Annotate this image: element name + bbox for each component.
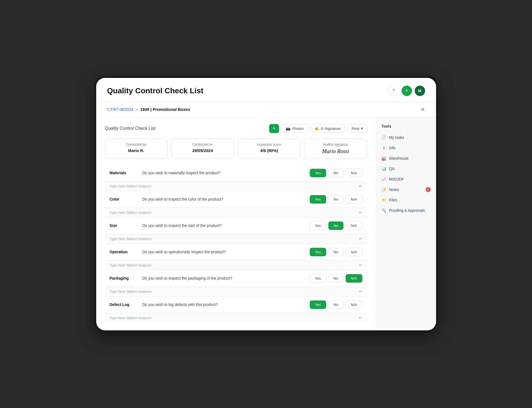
table-row: Size Do you wish to inspect the size of … [105,217,367,234]
yes-button-1[interactable]: Yes [310,195,326,204]
check-question-4: Do you wish to inspect the packaging of … [138,270,279,286]
edit-icon-1[interactable]: ✏ [359,210,362,215]
camera-icon: 📷 [286,126,291,131]
check-buttons-0: Yes No N/A [279,165,367,181]
sidebar-label-warehouse: Warehouse [389,156,409,161]
na-button-1[interactable]: N/A [346,195,362,204]
qa-icon: 📊 [382,166,386,171]
no-button-0[interactable]: No [328,169,343,177]
edit-icon-3[interactable]: ✏ [359,263,362,268]
files-icon: 📁 [382,198,386,202]
conducted-by-label: Conducted by [110,143,163,147]
breadcrumb: CT/87-062024 > 1849 | Promotional Boxes [107,107,190,112]
yes-button-2[interactable]: Yes [310,221,326,230]
check-label-4: Packaging [105,270,138,286]
auditor-signature-value: Mario Rossi [309,148,362,154]
inspection-score-card: Inspection score 4/6 (80%) [238,139,301,159]
info-icon: ℹ [382,145,386,150]
check-buttons-4: Yes No N/A [279,270,367,286]
add-button[interactable]: + [402,86,412,96]
close-button[interactable]: ✕ [420,106,425,113]
check-label-5: Defect Log [105,296,138,313]
info-cards: Conducted by Mario R. Conducted on 28/05… [105,139,367,159]
check-buttons-1: Yes No N/A [279,191,367,207]
table-row: Color Do you wish to inspect the color o… [105,191,367,207]
sidebar-item-proofing[interactable]: 🔍 Proofing & Approvals [376,205,436,216]
sidebar-item-mis-jdf[interactable]: 📈 MIS/JDF [376,174,436,184]
sub-text-1: Type here failded measure [105,207,279,217]
yes-button-3[interactable]: Yes [310,248,326,256]
table-subrow: Type here failded measure ✏ [105,286,367,296]
check-question-2: Do you wish to inspect the size of the p… [138,217,279,234]
chart-icon: 📈 [382,177,386,182]
na-button-3[interactable]: N/A [346,248,362,256]
sidebar-item-files[interactable]: 📁 Files [376,195,436,205]
badge-notes: 1 [426,187,431,192]
check-question-5: Do you wish to log defects with this pro… [138,296,279,313]
edit-icon-4[interactable]: ✏ [359,289,362,294]
breadcrumb-link[interactable]: CT/87-062024 [107,107,133,112]
table-row: Operation Do you wish to operationally i… [105,244,367,260]
na-button-0[interactable]: N/A [346,169,362,177]
edit-icon-5[interactable]: ✏ [359,316,362,320]
sidebar-label-info: Info [389,146,396,150]
print-button[interactable]: Print ▾ [348,124,367,133]
sidebar-item-notes[interactable]: 📝 Notes 1 [376,184,436,195]
na-button-2[interactable]: N/A [346,221,362,230]
na-button-4[interactable]: N/A [346,274,362,283]
checklist-actions: + 📷 Photos ✍ E-Signature Print ▾ [269,124,367,133]
conducted-by-value: Mario R. [110,148,163,153]
warehouse-icon: 🏭 [382,156,386,161]
inspection-score-value: 4/6 (80%) [243,148,295,153]
check-label-2: Size [105,217,138,234]
sidebar-label-mis-jdf: MIS/JDF [389,177,404,181]
chevron-down-icon: ▾ [361,126,363,131]
sidebar-item-qa[interactable]: 📊 QA [376,164,436,174]
sidebar-item-my-tasks[interactable]: 🕐 My tasks [376,132,436,143]
conducted-on-value: 28/05/2024 [177,148,229,153]
na-button-5[interactable]: N/A [346,300,362,309]
yes-button-0[interactable]: Yes [310,169,326,177]
auditor-signature-label: Auditor signature [309,143,362,147]
checklist-title: Quality Control Check List [105,126,156,131]
no-button-5[interactable]: No [328,300,343,309]
no-button-2[interactable]: No [328,221,343,230]
check-buttons-2: Yes No N/A [279,217,367,234]
avatar-button[interactable]: M [415,86,425,96]
sub-text-5: Type here failded measure [105,313,279,323]
checklist-table: Materials Do you wish to materially insp… [105,165,367,323]
esignature-button[interactable]: ✍ E-Signature [311,124,345,133]
page-title: Quality Control Check List [107,86,204,95]
edit-icon-2[interactable]: ✏ [359,237,362,241]
table-row: Defect Log Do you wish to log defects wi… [105,296,367,313]
table-subrow: Type here failded measure ✏ [105,234,367,244]
clock-icon: 🕐 [382,135,386,140]
sub-text-3: Type here failded measure [105,260,279,270]
table-subrow: Type here failded measure ✏ [105,207,367,217]
conducted-on-label: Conducted on [177,143,229,147]
sub-text-4: Type here failded measure [105,286,279,296]
sub-text-0: Type here failded measure [105,181,279,191]
sidebar-item-warehouse[interactable]: 🏭 Warehouse [376,153,436,164]
table-subrow: Type here failded measure ✏ [105,313,367,323]
checklist-add-button[interactable]: + [269,124,279,133]
sidebar-item-info[interactable]: ℹ Info [376,143,436,153]
yes-button-5[interactable]: Yes [310,300,326,309]
check-label-3: Operation [105,244,138,260]
edit-icon-0[interactable]: ✏ [359,184,362,188]
breadcrumb-current: 1849 | Promotional Boxes [140,107,190,112]
sub-text-2: Type here failded measure [105,234,279,244]
no-button-4[interactable]: No [328,274,343,283]
photos-button[interactable]: 📷 Photos [282,124,308,133]
sidebar-label-notes: Notes [389,187,399,192]
no-button-1[interactable]: No [328,195,343,204]
check-question-0: Do you wish to materially inspect the pr… [138,165,279,181]
table-subrow: Type here failded measure ✏ [105,181,367,191]
yes-button-4[interactable]: Yes [310,274,326,283]
signature-icon: ✍ [315,126,319,131]
table-row: Materials Do you wish to materially insp… [105,165,367,181]
help-button[interactable]: ? [388,86,399,96]
no-button-3[interactable]: No [328,248,343,256]
table-subrow: Type here failded measure ✏ [105,260,367,270]
check-label-0: Materials [105,165,138,181]
